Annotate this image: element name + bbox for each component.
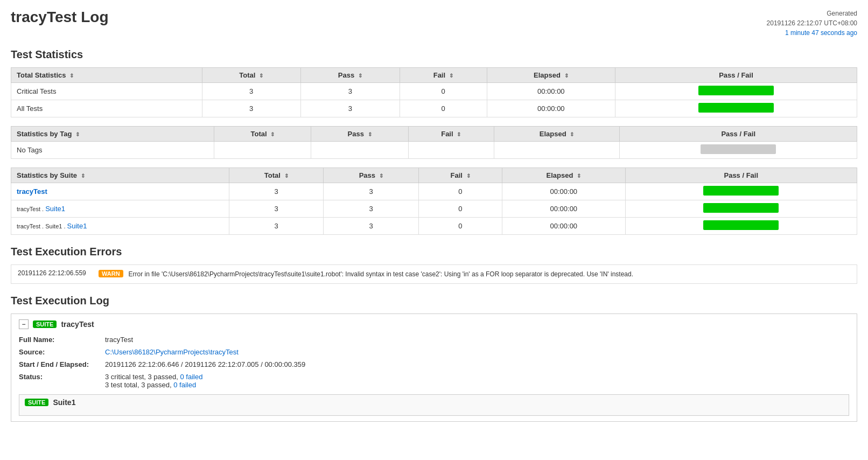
pass-bar-container (698, 86, 774, 95)
source-value: C:\Users\86182\PycharmProjects\tracyTest (105, 347, 849, 357)
errors-section: 20191126 22:12:06.559 WARN Error in file… (11, 264, 857, 284)
suite-name-prefix: tracyTest . (17, 206, 45, 212)
pass-bar-container (698, 103, 774, 113)
pass-bar-green (703, 186, 779, 196)
total-statistics-table: Total Statistics ⇕ Total ⇕ Pass ⇕ Fail ⇕… (11, 67, 857, 117)
suite-link[interactable]: tracyTest (17, 187, 47, 196)
row-elapsed: 00:00:00 (502, 218, 626, 235)
row-name: No Tags (11, 142, 214, 159)
error-entry: 20191126 22:12:06.559 WARN Error in file… (11, 264, 857, 284)
status-label: Status: (19, 372, 105, 390)
generated-datetime: 20191126 22:12:07 UTC+08:00 (767, 18, 857, 28)
row-bar (625, 218, 857, 235)
row-bar (620, 142, 857, 159)
total-stats-col-pass: Pass ⇕ (300, 68, 400, 83)
row-pass: 3 (300, 100, 400, 117)
pass-bar-container (703, 220, 779, 230)
suite-statistics-section: Statistics by Suite ⇕ Total ⇕ Pass ⇕ Fai… (11, 168, 857, 235)
row-bar (625, 200, 857, 218)
suite-stats-col-fail: Fail ⇕ (418, 168, 502, 183)
suite-meta: Full Name: tracyTest Source: C:\Users\86… (19, 334, 849, 390)
sub-suite-header: SUITE Suite1 (25, 398, 843, 407)
row-elapsed: 00:00:00 (487, 100, 615, 117)
pass-bar-green (698, 86, 774, 95)
full-name-label: Full Name: (19, 334, 105, 345)
total-stats-col-name: Total Statistics ⇕ (11, 68, 202, 83)
generated-info: Generated 20191126 22:12:07 UTC+08:00 1 … (767, 9, 857, 38)
execution-log-heading: Test Execution Log (11, 295, 857, 307)
row-fail (408, 142, 494, 159)
test-statistics-heading: Test Statistics (11, 48, 857, 61)
row-pass (311, 142, 409, 159)
error-timestamp: 20191126 22:12:06.559 (18, 269, 93, 277)
row-fail: 0 (418, 183, 502, 200)
table-row: tracyTest . Suite1 3 3 0 00:00:00 (11, 200, 857, 218)
row-fail: 0 (418, 200, 502, 218)
generated-ago: 1 minute 47 seconds ago (767, 28, 857, 38)
sub-suite-name: Suite1 (53, 398, 75, 407)
row-total: 3 (229, 200, 324, 218)
row-name: tracyTest . Suite1 (11, 200, 229, 218)
full-name-value: tracyTest (105, 334, 849, 345)
suite-stats-col-pass: Pass ⇕ (324, 168, 418, 183)
status-line1-failed: 0 failed (180, 373, 202, 381)
total-stats-col-total: Total ⇕ (202, 68, 300, 83)
table-row: tracyTest 3 3 0 00:00:00 (11, 183, 857, 200)
row-bar (625, 183, 857, 200)
time-label: Start / End / Elapsed: (19, 359, 105, 370)
row-pass: 3 (324, 200, 418, 218)
row-total (214, 142, 311, 159)
row-name: All Tests (11, 100, 202, 117)
row-pass: 3 (324, 183, 418, 200)
suite-name-prefix: tracyTest . Suite1 . (17, 223, 67, 229)
row-bar (615, 83, 857, 100)
status-line2: 3 test total, 3 passed, 0 failed (105, 381, 196, 389)
source-link[interactable]: C:\Users\86182\PycharmProjects\tracyTest (105, 348, 239, 356)
total-stats-col-elapsed: Elapsed ⇕ (487, 68, 615, 83)
row-elapsed: 00:00:00 (487, 83, 615, 100)
row-fail: 0 (418, 218, 502, 235)
tag-stats-col-name: Statistics by Tag ⇕ (11, 127, 214, 142)
suite-name: tracyTest (61, 320, 94, 329)
tag-statistics-table: Statistics by Tag ⇕ Total ⇕ Pass ⇕ Fail … (11, 126, 857, 159)
row-elapsed: 00:00:00 (502, 183, 626, 200)
row-pass: 3 (324, 218, 418, 235)
row-total: 3 (202, 83, 300, 100)
suite-stats-col-elapsed: Elapsed ⇕ (502, 168, 626, 183)
time-value: 20191126 22:12:06.646 / 20191126 22:12:0… (105, 359, 849, 370)
row-elapsed: 00:00:00 (502, 200, 626, 218)
row-total: 3 (229, 218, 324, 235)
suite-badge: SUITE (33, 320, 57, 328)
generated-label: Generated (767, 9, 857, 18)
pass-bar-gray (701, 144, 776, 154)
suite-statistics-table: Statistics by Suite ⇕ Total ⇕ Pass ⇕ Fai… (11, 168, 857, 235)
status-line2-failed: 0 failed (173, 381, 196, 389)
row-name: tracyTest (11, 183, 229, 200)
sub-suite-block: SUITE Suite1 (19, 394, 849, 416)
pass-bar-green (698, 103, 774, 113)
row-name: tracyTest . Suite1 . Suite1 (11, 218, 229, 235)
tag-statistics-section: Statistics by Tag ⇕ Total ⇕ Pass ⇕ Fail … (11, 126, 857, 159)
suite-stats-col-pass-fail: Pass / Fail (625, 168, 857, 183)
pass-bar-container (703, 203, 779, 213)
suite-stats-col-name: Statistics by Suite ⇕ (11, 168, 229, 183)
suite-block: − SUITE tracyTest Full Name: tracyTest S… (11, 313, 857, 422)
collapse-button[interactable]: − (19, 319, 29, 329)
sub-suite-badge: SUITE (25, 399, 48, 406)
pass-bar-container (701, 144, 776, 154)
suite-link[interactable]: Suite1 (45, 205, 65, 213)
execution-errors-heading: Test Execution Errors (11, 246, 857, 258)
row-elapsed (494, 142, 620, 159)
row-bar (615, 100, 857, 117)
total-statistics-section: Total Statistics ⇕ Total ⇕ Pass ⇕ Fail ⇕… (11, 67, 857, 117)
total-stats-col-pass-fail: Pass / Fail (615, 68, 857, 83)
pass-bar-green (703, 220, 779, 230)
table-row: No Tags (11, 142, 857, 159)
tag-stats-col-fail: Fail ⇕ (408, 127, 494, 142)
suite-stats-col-total: Total ⇕ (229, 168, 324, 183)
row-pass: 3 (300, 83, 400, 100)
suite-link[interactable]: Suite1 (67, 222, 87, 230)
row-name: Critical Tests (11, 83, 202, 100)
tag-stats-col-elapsed: Elapsed ⇕ (494, 127, 620, 142)
source-label: Source: (19, 347, 105, 357)
